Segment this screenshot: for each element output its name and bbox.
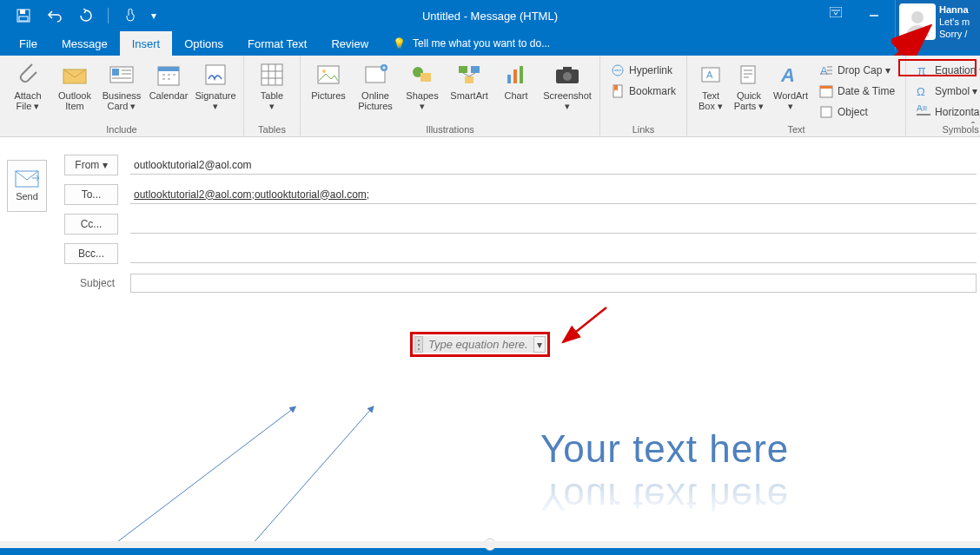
- paperclip-icon: [14, 61, 42, 89]
- cc-field[interactable]: [130, 215, 977, 234]
- calendar-icon: [155, 61, 182, 89]
- qat-more-button[interactable]: ▾: [147, 3, 161, 28]
- screenshot-button[interactable]: Screenshot ▾: [540, 59, 594, 113]
- svg-text:A: A: [820, 64, 828, 77]
- group-links: Hyperlink Bookmark Links: [600, 56, 687, 136]
- equation-grip-handle[interactable]: [414, 336, 423, 353]
- tab-options[interactable]: Options: [172, 31, 235, 56]
- equation-placeholder-box[interactable]: Type equation here. ▾: [410, 332, 550, 357]
- svg-point-26: [563, 72, 572, 81]
- text-box-button[interactable]: A Text Box ▾: [692, 59, 729, 113]
- to-address-1[interactable]: outlooktutorial2@aol.com: [134, 188, 252, 201]
- to-address-2[interactable]: outlooktutorial@aol.com: [255, 188, 367, 201]
- smartart-button[interactable]: SmartArt: [447, 59, 492, 102]
- bookmark-button[interactable]: Bookmark: [606, 82, 681, 101]
- svg-rect-36: [821, 107, 831, 117]
- user-name: Hanna: [939, 3, 970, 16]
- bookmark-icon: [611, 84, 625, 98]
- svg-rect-10: [206, 65, 225, 84]
- to-field[interactable]: outlooktutorial2@aol.com; outlooktutoria…: [130, 185, 977, 204]
- svg-rect-11: [262, 64, 282, 85]
- tell-me-search[interactable]: 💡 Tell me what you want to do...: [381, 31, 562, 56]
- symbol-button[interactable]: Ω Symbol ▾: [911, 82, 980, 101]
- outlook-item-button[interactable]: Outlook Item: [52, 59, 97, 113]
- ribbon-display-options-button[interactable]: [817, 0, 855, 24]
- wordart-object[interactable]: Your text here: [540, 427, 789, 471]
- user-info: Hanna Let's m Sorry /: [939, 3, 970, 40]
- subject-field[interactable]: [130, 274, 977, 293]
- send-button[interactable]: Send: [7, 160, 47, 212]
- svg-rect-20: [465, 76, 473, 83]
- redo-button[interactable]: [71, 3, 101, 28]
- minimize-button[interactable]: [855, 0, 893, 24]
- smartart-graphic[interactable]: [59, 401, 424, 555]
- chart-button[interactable]: Chart: [493, 59, 539, 102]
- svg-rect-35: [820, 86, 832, 89]
- user-panel[interactable]: Hanna Let's m Sorry /: [895, 0, 980, 50]
- message-body[interactable]: Type equation here. ▾ Your text here You…: [7, 306, 977, 545]
- undo-button[interactable]: [40, 3, 70, 28]
- from-value: outlooktutorial2@aol.com: [134, 159, 252, 171]
- tab-review[interactable]: Review: [319, 31, 381, 56]
- svg-rect-31: [741, 66, 755, 83]
- group-text: A Text Box ▾ Quick Parts ▾ A WordArt ▾ A…: [687, 56, 906, 136]
- equation-dropdown[interactable]: ▾: [533, 336, 546, 353]
- user-avatar-icon: [899, 3, 936, 40]
- svg-text:A≡: A≡: [917, 105, 928, 113]
- online-picture-icon: [361, 61, 389, 89]
- bcc-field[interactable]: [130, 244, 977, 263]
- hyperlink-button[interactable]: Hyperlink: [606, 61, 681, 80]
- subject-label: Subject: [64, 273, 118, 294]
- object-button[interactable]: Object: [814, 102, 900, 122]
- attach-file-button[interactable]: Attach File ▾: [5, 59, 50, 113]
- svg-rect-23: [520, 66, 523, 83]
- pictures-button[interactable]: Pictures: [306, 59, 351, 102]
- picture-icon: [315, 61, 342, 89]
- signature-button[interactable]: Signature ▾: [193, 59, 238, 113]
- svg-text:A: A: [706, 69, 713, 80]
- svg-rect-25: [563, 67, 572, 70]
- link-icon: [611, 63, 625, 77]
- group-symbols: π Equation ▾ Ω Symbol ▾ A≡ Horizontal Li…: [906, 56, 980, 136]
- online-pictures-button[interactable]: Online Pictures: [353, 59, 398, 113]
- to-button[interactable]: To...: [64, 184, 118, 205]
- tab-format-text[interactable]: Format Text: [235, 31, 319, 56]
- calendar-button[interactable]: Calendar: [146, 59, 191, 102]
- collapse-ribbon-button[interactable]: ˆ: [971, 121, 975, 133]
- equation-button[interactable]: π Equation ▾: [911, 61, 980, 80]
- tab-file[interactable]: File: [7, 31, 50, 56]
- group-illustrations: Pictures Online Pictures Shapes ▾ SmartA…: [301, 56, 600, 136]
- quickparts-icon: [735, 61, 763, 89]
- tab-message[interactable]: Message: [50, 31, 120, 56]
- equation-placeholder-text[interactable]: Type equation here.: [423, 336, 533, 353]
- table-button[interactable]: Table ▾: [249, 59, 295, 113]
- shapes-button[interactable]: Shapes ▾: [400, 59, 445, 113]
- svg-rect-1: [20, 10, 25, 14]
- group-caption-text: Text: [692, 122, 900, 136]
- from-button[interactable]: From ▾: [64, 155, 118, 175]
- hline-icon: A≡: [917, 105, 930, 119]
- svg-text:Ω: Ω: [917, 85, 925, 98]
- date-time-button[interactable]: Date & Time: [814, 82, 900, 101]
- lightbulb-icon: 💡: [393, 37, 406, 50]
- bcc-button[interactable]: Bcc...: [64, 243, 118, 264]
- wordart-button[interactable]: A WordArt ▾: [769, 59, 812, 113]
- tab-insert[interactable]: Insert: [120, 31, 173, 56]
- group-caption-illustrations: Illustrations: [306, 122, 594, 136]
- svg-line-42: [233, 408, 372, 555]
- scroll-thumb[interactable]: [484, 538, 496, 551]
- textbox-icon: A: [697, 61, 725, 89]
- quick-parts-button[interactable]: Quick Parts ▾: [731, 59, 767, 113]
- ribbon-tabs: File Message Insert Options Format Text …: [0, 31, 980, 56]
- cc-button[interactable]: Cc...: [64, 214, 118, 235]
- save-button[interactable]: [9, 3, 38, 28]
- svg-rect-19: [471, 66, 480, 73]
- touch-mode-button[interactable]: [116, 3, 145, 28]
- svg-rect-2: [19, 17, 28, 21]
- business-card-button[interactable]: Business Card ▾: [99, 59, 144, 113]
- user-line-1: Let's m: [939, 16, 970, 28]
- horizontal-scrollbar[interactable]: [0, 548, 980, 555]
- drop-cap-button[interactable]: A Drop Cap ▾: [814, 61, 900, 80]
- horizontal-line-button[interactable]: A≡ Horizontal Line: [911, 102, 980, 122]
- from-field[interactable]: outlooktutorial2@aol.com: [130, 155, 977, 175]
